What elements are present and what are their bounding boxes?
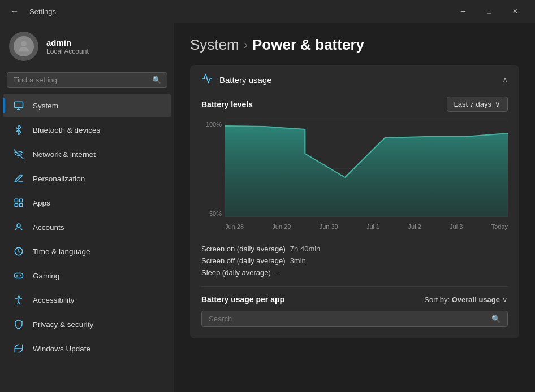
user-subtitle: Local Account	[46, 47, 89, 55]
svg-marker-13	[225, 126, 508, 217]
per-app-title: Battery usage per app	[201, 295, 284, 304]
main-layout: admin Local Account 🔍 System	[0, 23, 535, 392]
stat-screen-off-label: Screen off (daily average)	[201, 256, 286, 265]
search-box: 🔍	[7, 72, 167, 88]
battery-usage-title: Battery usage	[219, 75, 272, 85]
search-container: 🔍	[0, 69, 174, 93]
sidebar-item-label-privacy: Privacy & security	[33, 320, 93, 329]
sidebar-item-label-apps: Apps	[33, 199, 50, 207]
chart-svg-area	[225, 121, 508, 217]
stat-sleep-label: Sleep (daily average)	[201, 268, 271, 277]
sidebar-item-accessibility[interactable]: Accessibility	[3, 288, 171, 312]
sidebar-item-system[interactable]: System	[3, 94, 171, 117]
x-label-jun30: Jun 30	[320, 223, 338, 230]
close-button[interactable]: ✕	[502, 2, 528, 20]
sidebar-item-update[interactable]: Windows Update	[3, 337, 171, 360]
titlebar-title: Settings	[29, 7, 56, 16]
per-app-header: Battery usage per app Sort by: Overall u…	[201, 295, 508, 304]
maximize-button[interactable]: □	[476, 2, 502, 20]
stat-screen-off: Screen off (daily average) 3min	[201, 255, 508, 267]
time-icon	[12, 245, 25, 258]
per-app-search-bar: 🔍	[201, 311, 508, 327]
svg-rect-2	[15, 199, 18, 202]
sidebar-item-bluetooth[interactable]: Bluetooth & devices	[3, 118, 171, 142]
battery-usage-chevron: ∧	[502, 75, 508, 84]
sidebar-item-label-network: Network & internet	[33, 150, 96, 159]
stat-sleep: Sleep (daily average) –	[201, 267, 508, 278]
update-icon	[12, 342, 25, 355]
sort-value: Overall usage	[452, 295, 500, 304]
privacy-icon	[12, 318, 25, 330]
battery-levels-header: Battery levels Last 7 days ∨	[201, 97, 508, 112]
content-area: System › Power & battery Battery usage ∧	[174, 23, 535, 392]
sort-chevron-icon: ∨	[502, 295, 508, 304]
apps-icon	[12, 197, 25, 209]
sidebar: admin Local Account 🔍 System	[0, 23, 174, 392]
sidebar-item-label-gaming: Gaming	[33, 272, 59, 280]
breadcrumb-parent: System	[190, 36, 239, 54]
svg-point-9	[18, 296, 20, 298]
chart-x-labels: Jun 28 Jun 29 Jun 30 Jul 1 Jul 2 Jul 3 T…	[225, 219, 508, 234]
sidebar-item-time[interactable]: Time & language	[3, 239, 171, 263]
chart-y-labels: 100% 50%	[201, 121, 225, 217]
battery-usage-body: Battery levels Last 7 days ∨ 100% 50%	[190, 94, 519, 338]
titlebar: ← Settings ─ □ ✕	[0, 0, 535, 23]
per-app-search-icon: 🔍	[491, 315, 501, 323]
sidebar-item-label-accounts: Accounts	[33, 223, 64, 232]
sidebar-item-apps[interactable]: Apps	[3, 191, 171, 215]
dropdown-label: Last 7 days	[454, 100, 492, 108]
sidebar-item-label-accessibility: Accessibility	[33, 296, 75, 304]
stat-screen-on-value: 7h 40min	[290, 245, 320, 253]
battery-chart: 100% 50%	[201, 121, 508, 234]
accounts-icon	[12, 221, 25, 233]
per-app-search-input[interactable]	[209, 315, 487, 323]
sidebar-item-privacy[interactable]: Privacy & security	[3, 312, 171, 336]
sidebar-item-network[interactable]: Network & internet	[3, 142, 171, 166]
user-info: admin Local Account	[46, 38, 89, 55]
battery-levels-title: Battery levels	[201, 100, 253, 109]
personalization-icon	[12, 172, 25, 185]
svg-point-0	[21, 41, 26, 46]
x-label-today: Today	[491, 223, 508, 230]
back-button[interactable]: ←	[7, 3, 23, 19]
sort-dropdown[interactable]: Sort by: Overall usage ∨	[424, 295, 508, 304]
sidebar-item-personalization[interactable]: Personalization	[3, 167, 171, 190]
user-profile[interactable]: admin Local Account	[0, 23, 174, 69]
section-header-left: Battery usage	[201, 73, 272, 86]
stat-screen-on: Screen on (daily average) 7h 40min	[201, 243, 508, 255]
user-name: admin	[46, 38, 89, 47]
system-icon	[12, 99, 25, 112]
titlebar-left: ← Settings	[7, 3, 56, 19]
accessibility-icon	[12, 294, 25, 306]
sidebar-item-label-update: Windows Update	[33, 345, 90, 353]
sort-label: Sort by: Overall usage	[424, 295, 500, 304]
y-label-50: 50%	[209, 210, 222, 217]
time-range-dropdown[interactable]: Last 7 days ∨	[447, 97, 508, 112]
sidebar-item-gaming[interactable]: Gaming	[3, 264, 171, 288]
sidebar-item-label-time: Time & language	[33, 247, 90, 256]
svg-rect-4	[15, 204, 18, 207]
search-input[interactable]	[13, 76, 148, 84]
stat-screen-on-label: Screen on (daily average)	[201, 245, 286, 253]
search-icon[interactable]: 🔍	[152, 76, 161, 84]
dropdown-chevron-icon: ∨	[495, 100, 501, 108]
x-label-jul1: Jul 1	[366, 223, 379, 230]
avatar-icon	[14, 36, 34, 56]
titlebar-controls: ─ □ ✕	[450, 2, 528, 20]
battery-usage-header[interactable]: Battery usage ∧	[190, 65, 519, 94]
stat-sleep-value: –	[275, 268, 279, 277]
minimize-button[interactable]: ─	[450, 2, 476, 20]
x-label-jun28: Jun 28	[225, 223, 244, 230]
x-label-jul3: Jul 3	[450, 223, 463, 230]
breadcrumb-current: Power & battery	[252, 36, 364, 54]
bluetooth-icon	[12, 124, 25, 136]
sidebar-nav: System Bluetooth & devices Network & int…	[0, 93, 174, 361]
breadcrumb: System › Power & battery	[190, 36, 519, 54]
sidebar-item-accounts[interactable]: Accounts	[3, 215, 171, 239]
battery-usage-section: Battery usage ∧ Battery levels Last 7 da…	[190, 65, 519, 338]
svg-rect-5	[20, 204, 23, 207]
breadcrumb-separator: ›	[244, 38, 248, 53]
sidebar-item-label-personalization: Personalization	[33, 175, 85, 183]
section-divider	[201, 286, 508, 287]
stat-screen-off-value: 3min	[290, 256, 306, 265]
